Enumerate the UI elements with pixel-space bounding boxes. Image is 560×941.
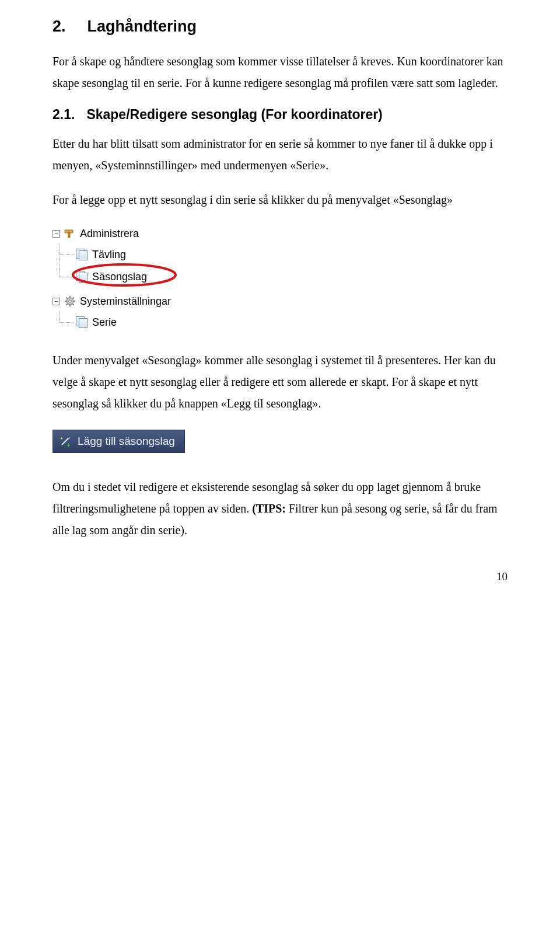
under-menu-paragraph: Under menyvalget «Sesonglag» kommer alle… <box>52 350 508 414</box>
svg-rect-1 <box>68 232 70 238</box>
heading-2-number: 2. <box>52 18 83 36</box>
edit-text-bold: (TIPS: <box>252 502 286 515</box>
page-number: 10 <box>52 570 508 583</box>
tree-root-systeminstallningar[interactable]: − Systeminstäl <box>52 291 262 311</box>
add-seasonteam-button-label: Lägg till säsongslag <box>78 435 175 448</box>
tree-root-label: Administrera <box>80 228 139 240</box>
tree-item-sasongslag[interactable]: Säsongslag <box>52 266 262 288</box>
tree-item-label: Säsongslag <box>92 271 147 283</box>
heading-2-title: Laghåndtering <box>88 18 197 35</box>
menu-tree-screenshot: − Administrera Tävling Säsongslag <box>52 224 262 333</box>
tree-item-tavling[interactable]: Tävling <box>52 243 262 266</box>
svg-line-9 <box>66 298 68 299</box>
tree-collapse-icon[interactable]: − <box>52 298 60 305</box>
heading-2: 2. Laghåndtering <box>52 18 508 36</box>
tree-item-label: Tävling <box>92 249 126 261</box>
tree-item-label: Serie <box>92 316 117 329</box>
svg-marker-14 <box>68 437 70 440</box>
heading-2-1-title: Skape/Redigere sesonglag (For koordinato… <box>86 107 382 122</box>
heading-2-1: 2.1. Skape/Redigere sesonglag (For koord… <box>52 107 508 123</box>
intro-paragraph: For å skape og håndtere sesonglag som ko… <box>52 51 508 94</box>
edit-paragraph: Om du i stedet vil redigere et eksistere… <box>52 476 508 541</box>
svg-text:+: + <box>66 441 70 448</box>
gear-icon <box>64 295 76 307</box>
tree-connector <box>52 266 76 288</box>
add-seasonteam-button[interactable]: + Lägg till säsongslag <box>52 430 185 453</box>
heading-2-1-number: 2.1. <box>52 107 83 123</box>
instruction-menu-paragraph: For å legge opp et nytt sesonglag i din … <box>52 189 508 211</box>
svg-line-12 <box>66 304 68 305</box>
document-stack-icon <box>76 316 89 328</box>
wand-icon: + <box>59 435 72 448</box>
tree-root2-label: Systeminställningar <box>80 295 171 308</box>
tree-connector <box>52 243 76 266</box>
svg-line-11 <box>72 298 74 299</box>
document-stack-icon <box>76 249 89 260</box>
document-stack-icon <box>76 271 89 283</box>
tree-root-administrera[interactable]: − Administrera <box>52 224 262 243</box>
tree-collapse-icon[interactable]: − <box>52 230 60 238</box>
tree-connector <box>52 311 76 333</box>
svg-point-4 <box>69 300 71 302</box>
tree-item-serie[interactable]: Serie <box>52 311 262 333</box>
hammer-icon <box>64 228 76 239</box>
svg-line-10 <box>72 304 74 305</box>
sub-intro-paragraph: Etter du har blitt tilsatt som administr… <box>52 133 508 176</box>
